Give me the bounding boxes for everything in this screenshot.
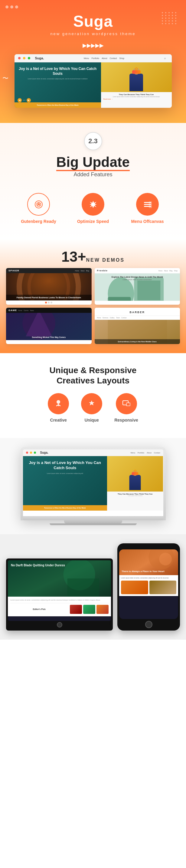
menu-item-2: Portfolio bbox=[91, 57, 100, 59]
svg-rect-6 bbox=[149, 202, 152, 208]
laptop-hero-right: ✿ They Can Because They Think They Can L… bbox=[107, 456, 163, 510]
game-overlay: Something Wicked This Way Comes bbox=[6, 334, 91, 340]
update-title: Big Update bbox=[6, 155, 180, 169]
laptop-bar: Suga. Menu Portfolio About Contact bbox=[23, 450, 163, 456]
phone-top-image: There is Always a Place in Your Heart bbox=[119, 549, 178, 575]
demos-count: 13+ bbox=[62, 248, 86, 265]
phone-content: Lorem ipsum dolor sit amet, consectetur … bbox=[119, 575, 178, 596]
svg-rect-12 bbox=[137, 280, 160, 300]
speed-label: Optimize Speed bbox=[77, 219, 109, 224]
game-nav: Home Games News bbox=[18, 310, 34, 311]
browser-hero-left: Joy is a Net of Love by Which You Can Ca… bbox=[14, 62, 101, 108]
demos-title-row: 13+ NEW DEMOS bbox=[6, 248, 180, 265]
app-title: Suga bbox=[6, 12, 180, 30]
phone-notch bbox=[143, 546, 155, 548]
demos-label: NEW DEMOS bbox=[86, 257, 124, 263]
editors-pick-label: Editor's Pick bbox=[10, 608, 68, 610]
devices-row: No Darft Blade Quitting Under Duress Lor… bbox=[6, 543, 180, 630]
search-icon[interactable]: ⌕ bbox=[164, 57, 166, 60]
demo-logo-interior: Freebie bbox=[97, 269, 108, 272]
next-btn[interactable]: ▶ bbox=[27, 98, 31, 102]
update-subtitle: Added Features bbox=[6, 172, 180, 178]
pick-item-3 bbox=[97, 605, 109, 614]
decorative-dots-right bbox=[162, 12, 177, 24]
laptop-close-btn[interactable] bbox=[26, 452, 28, 454]
layouts-title: Unique & Responsive Creatives Layouts bbox=[6, 365, 180, 385]
dot-3 bbox=[15, 5, 18, 8]
pick-item-2 bbox=[83, 605, 95, 614]
game-caption: Something Wicked This Way Comes bbox=[8, 336, 89, 338]
demo-card-barber[interactable]: BARBER Home Services Gallery Team Contac… bbox=[95, 308, 180, 344]
laptop-stand bbox=[64, 520, 122, 523]
demo-nav-spiker: Home About Blog bbox=[75, 270, 89, 272]
person-head: ✿ bbox=[133, 68, 140, 74]
prev-btn[interactable]: ◀ bbox=[17, 98, 22, 102]
window-controls bbox=[5, 5, 18, 8]
laptop-base bbox=[23, 516, 163, 520]
tablet-image: No Darft Blade Quitting Under Duress bbox=[8, 560, 111, 597]
interior-heading: Explore The Latest Design News in Until … bbox=[97, 276, 178, 278]
browser-close-btn[interactable] bbox=[18, 57, 21, 59]
laptop-max-btn[interactable] bbox=[34, 452, 36, 454]
phone-heading-overlay: There is Always a Place in Your Heart bbox=[121, 570, 176, 573]
layouts-section: Unique & Responsive Creatives Layouts Cr… bbox=[0, 353, 186, 438]
demo-card-interior[interactable]: Freebie Home About Blog Shop bbox=[95, 268, 180, 305]
spiker-caption: Family-Owned Florist Business Looks To B… bbox=[8, 297, 89, 299]
laptop-hero-left: Joy is a Net of Love by Which You Can Ca… bbox=[23, 456, 107, 510]
phone-home-button[interactable] bbox=[145, 621, 152, 628]
layout-creative: Creative bbox=[48, 393, 69, 423]
interior-nav: Home About Blog Shop bbox=[158, 270, 178, 272]
demo-header-barber: BARBER bbox=[95, 308, 180, 316]
laptop-outer: Suga. Menu Portfolio About Contact Joy i… bbox=[21, 447, 166, 520]
layout-responsive: Responsive bbox=[114, 393, 138, 423]
barber-overlay: Extraordinary Living is the New Middle C… bbox=[95, 339, 180, 344]
features-row: Gutenberg Ready Optimize Speed Menu Of bbox=[6, 187, 180, 230]
browser-bottom-content: They Can Because They Think They Can Lor… bbox=[101, 92, 172, 108]
layouts-icons-row: Creative Unique Responsive bbox=[6, 393, 180, 423]
demo-logo-game: GAME bbox=[8, 309, 17, 312]
demo-card-spiker[interactable]: SPIKER Home About Blog bbox=[6, 268, 91, 305]
laptop-foot bbox=[49, 523, 137, 525]
tablet-screen: No Darft Blade Quitting Under Duress Lor… bbox=[8, 560, 111, 621]
svg-point-21 bbox=[57, 400, 60, 404]
layout-unique: Unique bbox=[81, 393, 102, 423]
browser-right-text: Lorem ipsum dolor sit amet consectetur a… bbox=[104, 96, 170, 98]
readmore-link[interactable]: Read more → bbox=[104, 98, 170, 100]
laptop-flower: ✿ bbox=[134, 469, 137, 473]
demo-card-game[interactable]: GAME Home Games News bbox=[6, 308, 91, 344]
tablet-mockup: No Darft Blade Quitting Under Duress Lor… bbox=[6, 558, 113, 630]
slide-dots: 1/4 bbox=[23, 99, 26, 101]
laptop-min-btn[interactable] bbox=[30, 452, 32, 454]
game-image: Something Wicked This Way Comes bbox=[6, 313, 91, 340]
dot-1 bbox=[5, 5, 8, 8]
phone-text: Lorem ipsum dolor sit amet, consectetur … bbox=[121, 577, 176, 579]
laptop-menu: Menu Portfolio About Contact bbox=[131, 452, 160, 454]
pick-item-1 bbox=[70, 605, 82, 614]
unique-label: Unique bbox=[84, 417, 99, 423]
arrow-icon: ▶▶▶▶▶ bbox=[82, 42, 104, 49]
browser-mockup: Suga. Menu Portfolio About Contact Shop … bbox=[14, 54, 172, 108]
browser-slide-controls[interactable]: ◀ 1/4 ▶ bbox=[17, 98, 31, 102]
browser-nav: Suga. Menu Portfolio About Contact Shop … bbox=[33, 56, 168, 60]
laptop-section: Suga. Menu Portfolio About Contact Joy i… bbox=[0, 438, 186, 534]
demo-logo-spiker: SPIKER bbox=[8, 269, 20, 272]
feature-speed: Optimize Speed bbox=[69, 193, 117, 224]
browser-minimize-btn[interactable] bbox=[23, 57, 26, 59]
laptop-content: Joy is a Net of Love by Which You Can Ca… bbox=[23, 456, 163, 510]
flower-icon: ✿ bbox=[135, 66, 138, 71]
phone-items bbox=[121, 581, 176, 594]
update-title-underlined: ate bbox=[110, 154, 129, 171]
interior-image: Explore The Latest Design News in Until … bbox=[95, 274, 180, 301]
unique-icon bbox=[81, 393, 102, 414]
browser-expand-btn[interactable] bbox=[28, 57, 30, 59]
update-title-text: Big Update bbox=[56, 154, 130, 171]
tablet-home-button[interactable] bbox=[57, 622, 62, 627]
phone-item-2 bbox=[149, 581, 176, 594]
interior-subtitle: Lorem ipsum dolor sit amet consectetur bbox=[97, 279, 178, 280]
laptop-person: ✿ bbox=[127, 470, 143, 492]
browser-site-logo: Suga. bbox=[35, 56, 44, 60]
phone-heading: There is Always a Place in Your Heart bbox=[121, 570, 176, 573]
demos-grid: SPIKER Home About Blog bbox=[6, 268, 180, 344]
demo-header-interior: Freebie Home About Blog Shop bbox=[95, 268, 180, 274]
tablet-content: No Darft Blade Quitting Under Duress Lor… bbox=[8, 560, 111, 616]
